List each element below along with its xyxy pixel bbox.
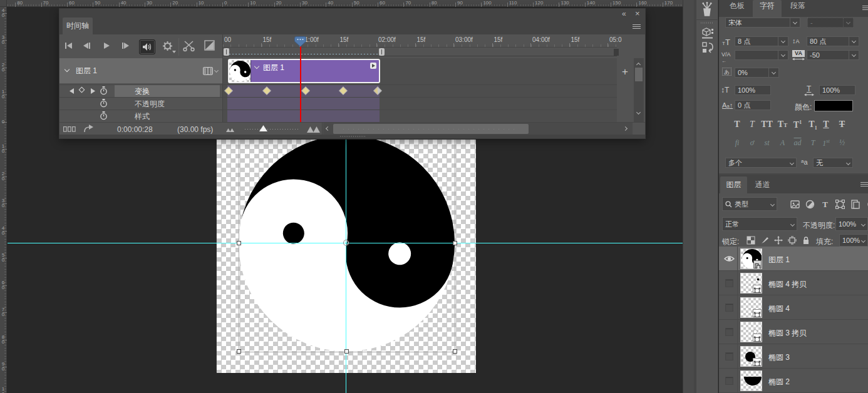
tab-paragraph[interactable]: 段落 xyxy=(784,0,812,17)
split-clip-scissors-icon[interactable] xyxy=(182,40,195,52)
blend-mode-select[interactable]: 正常 xyxy=(722,217,797,231)
zoom-slider-thumb[interactable] xyxy=(259,125,267,131)
fractions-button[interactable]: ½ xyxy=(839,138,845,148)
transform-handle-left[interactable] xyxy=(237,241,241,245)
panel-close-icon[interactable]: × xyxy=(635,9,640,18)
layer-row[interactable]: 椭圆 2 xyxy=(719,369,868,393)
render-queue-icon[interactable] xyxy=(63,126,76,132)
transform-handle-right[interactable] xyxy=(453,241,457,245)
next-frame-button[interactable] xyxy=(121,42,130,49)
track-filmstrip-icon[interactable] xyxy=(203,67,213,75)
lock-artboard-icon[interactable] xyxy=(788,236,797,245)
scroll-right-icon[interactable] xyxy=(623,126,628,131)
timeline-hscrollbar[interactable] xyxy=(323,123,633,135)
transition-icon[interactable] xyxy=(204,40,215,51)
visibility-checkbox-empty[interactable] xyxy=(725,352,733,360)
work-area-end-handle[interactable] xyxy=(379,48,385,56)
zoom-out-small-icon[interactable] xyxy=(226,127,235,132)
layer-row[interactable]: 椭圆 3 xyxy=(719,344,868,369)
layer-thumbnail[interactable] xyxy=(740,297,762,318)
baseline-shift-input[interactable]: 0 点 xyxy=(735,100,771,110)
tab-timeline[interactable]: 时间轴 xyxy=(63,18,93,34)
kerning-select[interactable] xyxy=(735,50,788,60)
timeline-settings-gear-icon[interactable] xyxy=(162,41,173,51)
guide-vertical[interactable] xyxy=(346,140,346,393)
tsume-select[interactable]: 0% xyxy=(735,68,779,78)
visibility-checkbox-empty[interactable] xyxy=(725,279,733,287)
layer-thumbnail[interactable] xyxy=(740,273,762,293)
character-menu-icon[interactable] xyxy=(862,6,868,11)
language-select[interactable]: 多个 xyxy=(725,158,797,168)
ruler-corner[interactable] xyxy=(0,0,7,7)
layer-row[interactable]: 椭圆 3 拷贝 xyxy=(719,320,868,344)
document-canvas[interactable] xyxy=(217,140,476,373)
transform-handle-bottom-center[interactable] xyxy=(344,349,349,354)
horizontal-scale-input[interactable]: 100% xyxy=(819,85,855,95)
visibility-checkbox-empty[interactable] xyxy=(725,377,733,385)
play-button[interactable] xyxy=(103,42,110,49)
visibility-eye-icon[interactable] xyxy=(724,255,735,262)
tracking-select[interactable]: -50 xyxy=(807,50,859,60)
transform-handle-bottom-left[interactable] xyxy=(237,349,241,354)
lock-pixels-brush-icon[interactable] xyxy=(760,236,769,245)
layers-menu-icon[interactable] xyxy=(860,182,868,188)
visibility-checkbox-empty[interactable] xyxy=(725,328,733,336)
track-options-caret-icon[interactable] xyxy=(214,68,219,73)
clip-collapse-chevron-icon[interactable] xyxy=(254,64,259,69)
layer-thumbnail[interactable] xyxy=(740,370,762,391)
faux-italic-button[interactable]: T xyxy=(750,120,755,130)
swash-button[interactable]: ơ xyxy=(750,138,754,148)
add-media-button[interactable]: + xyxy=(622,66,628,78)
keyframe-diamond[interactable] xyxy=(302,87,309,94)
panel-collapse-icon[interactable]: « xyxy=(622,10,626,18)
layer-thumbnail[interactable] xyxy=(740,346,762,367)
fill-select[interactable]: 100% xyxy=(839,234,868,247)
shape-filter-icon[interactable] xyxy=(835,200,845,209)
all-caps-button[interactable]: TT xyxy=(761,120,773,130)
text-color-swatch[interactable] xyxy=(814,100,853,111)
playhead-marker[interactable] xyxy=(294,36,306,47)
collapsed-panel-3d-icon[interactable] xyxy=(700,26,715,39)
opacity-select[interactable]: 100% xyxy=(835,217,868,231)
scroll-up-icon[interactable] xyxy=(636,63,641,67)
row-style[interactable]: 样式 xyxy=(59,110,223,122)
superscript-button[interactable]: T1 xyxy=(793,120,802,130)
layer-row[interactable]: 椭圆 4 拷贝 xyxy=(719,271,868,295)
lock-all-icon[interactable] xyxy=(802,236,810,245)
subscript-button[interactable]: T1 xyxy=(809,120,817,131)
transform-reference-point[interactable] xyxy=(344,240,349,245)
stylistic-alt-button[interactable]: st xyxy=(764,138,769,148)
extra-filter-icon[interactable] xyxy=(864,200,868,209)
layer-thumbnail[interactable] xyxy=(740,248,762,269)
work-area-start-handle[interactable] xyxy=(224,48,229,56)
fractions-ornaments-button[interactable]: T xyxy=(811,138,815,148)
zoom-slider-track[interactable] xyxy=(245,129,300,130)
row-opacity[interactable]: 不透明度 xyxy=(59,97,223,110)
timeline-vscroll-thumb[interactable] xyxy=(635,68,643,81)
timeline-hscroll-thumb[interactable] xyxy=(333,124,529,134)
small-caps-button[interactable]: TT xyxy=(778,120,787,130)
keyframe-diamond[interactable] xyxy=(263,87,270,94)
font-style-select[interactable]: - xyxy=(807,18,854,28)
adjustment-filter-icon[interactable] xyxy=(805,200,815,209)
layer-row[interactable]: 图层 1 xyxy=(719,247,868,271)
visibility-checkbox-empty[interactable] xyxy=(725,304,733,312)
lock-transparency-icon[interactable] xyxy=(747,236,755,245)
ruler-horizontal[interactable]: 8070605040302010010203040506070809010011… xyxy=(7,0,683,7)
timeline-time-ruler[interactable]: 0015f01:00f15f02:00f15f03:00f15f04:00f15… xyxy=(223,34,617,48)
timeline-bottom-edge[interactable] xyxy=(59,135,645,138)
antialias-select[interactable]: 无 xyxy=(813,158,853,168)
video-clip[interactable]: 图层 1 xyxy=(228,59,380,83)
timeline-menu-icon[interactable] xyxy=(633,24,641,30)
leading-select[interactable]: 80 点 xyxy=(807,36,859,46)
track-collapse-chevron-icon[interactable] xyxy=(65,67,70,72)
tab-layers[interactable]: 图层 xyxy=(720,176,747,193)
timeline-vertical-scrollbar[interactable] xyxy=(634,58,644,122)
font-size-select[interactable]: 8 点 xyxy=(735,36,788,46)
titling-alt-button[interactable]: A xyxy=(780,138,785,148)
stopwatch-style-icon[interactable] xyxy=(100,111,108,120)
collapsed-panel-history-icon[interactable] xyxy=(701,41,715,56)
contextual-alt-button[interactable]: ad xyxy=(794,138,802,148)
zoom-in-large-icon[interactable] xyxy=(307,125,321,133)
tab-character[interactable]: 字符 xyxy=(753,0,782,17)
